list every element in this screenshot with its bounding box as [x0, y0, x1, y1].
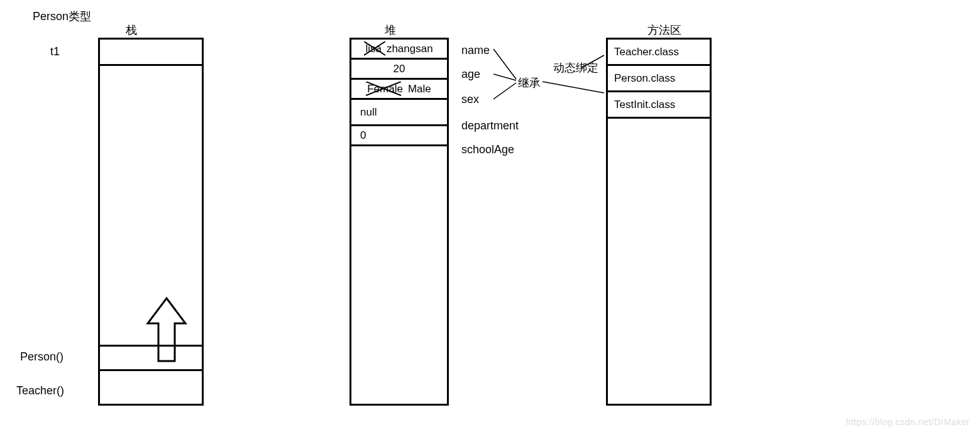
- heap-new-sex: Male: [408, 83, 431, 95]
- stack-var-label: t1: [50, 45, 60, 58]
- up-arrow-icon: [145, 295, 189, 370]
- field-label-age: age: [461, 68, 480, 81]
- heap-old-sex: Female: [367, 83, 403, 95]
- field-label-department: department: [461, 119, 519, 132]
- heap-cell-age: 20: [351, 60, 447, 80]
- field-label-name: name: [461, 44, 490, 57]
- heap-cell-name: lisa zhangsan: [351, 40, 447, 60]
- heap-value-department: null: [358, 106, 377, 119]
- method-area-cell-testinit: TestInit.class: [608, 92, 710, 119]
- heap-cell-sex: Female Male: [351, 80, 447, 100]
- field-label-schoolage: schoolAge: [461, 143, 514, 156]
- stack-method-teacher: Teacher(): [16, 384, 64, 397]
- heap-cell-schoolage: 0: [351, 126, 447, 146]
- heap-column: lisa zhangsan 20 Female Male null 0: [350, 38, 449, 406]
- method-area-cell-person: Person.class: [608, 66, 710, 92]
- dynamic-bind-label: 动态绑定: [553, 60, 598, 75]
- stack-cell-teacher: [100, 371, 202, 397]
- method-area-class-teacher: Teacher.class: [614, 46, 679, 58]
- heap-old-name: lisa: [365, 43, 382, 55]
- heap-value-age: 20: [394, 63, 405, 75]
- diagram-title: Person类型: [33, 9, 91, 24]
- field-label-sex: sex: [461, 93, 479, 106]
- svg-line-6: [493, 83, 516, 99]
- method-area-class-testinit: TestInit.class: [614, 99, 675, 111]
- stack-cell-t1: [100, 40, 202, 66]
- watermark: https://blog.csdn.net/DrMaker: [846, 417, 970, 427]
- svg-line-7: [542, 82, 604, 93]
- heap-value-schoolage: 0: [358, 129, 366, 142]
- method-area-column: Teacher.class Person.class TestInit.clas…: [606, 38, 712, 406]
- method-area-class-person: Person.class: [614, 72, 675, 85]
- heap-new-name: zhangsan: [387, 43, 433, 55]
- stack-header: 栈: [126, 23, 137, 38]
- inherit-label: 继承: [518, 75, 541, 90]
- heap-header: 堆: [385, 23, 396, 38]
- method-area-cell-teacher: Teacher.class: [608, 40, 710, 66]
- method-area-header: 方法区: [647, 23, 681, 38]
- stack-method-person: Person(): [20, 350, 63, 364]
- heap-cell-department: null: [351, 100, 447, 126]
